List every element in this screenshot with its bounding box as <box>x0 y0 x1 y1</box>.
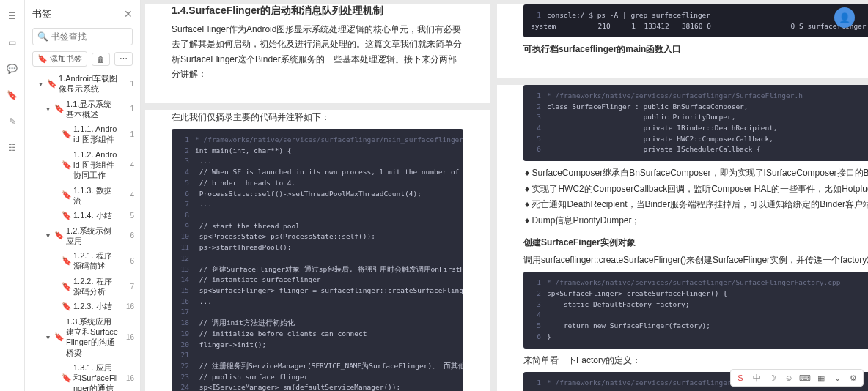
tool-face-icon[interactable]: ☺ <box>782 371 795 384</box>
bookmark-icon: 🔖 <box>54 104 63 113</box>
section-heading: 1.4.SurfaceFlinger的启动和消息队列处理机制 <box>172 4 463 18</box>
dots-icon: ⋯ <box>119 54 128 64</box>
bullet-item: ♦ Dump信息PriorityDumper； <box>525 213 868 229</box>
page-number: 1 <box>121 130 134 138</box>
page-number: 5 <box>121 212 134 220</box>
bookmark-label: 1.1.4. 小结 <box>73 210 118 220</box>
bookmark-icon: 🔖 <box>54 332 63 342</box>
code-block-shell: 1console:/ $ ps -A | grep surfaceflinger… <box>523 4 868 37</box>
bookmark-label: 1.Android车载图像显示系统 <box>59 73 118 94</box>
bookmark-icon: 🔖 <box>62 373 70 383</box>
tool-down-icon[interactable]: ⌄ <box>831 371 844 384</box>
bookmark-label: 1.3.1. 应用和SurfaceFlinger的通信 <box>73 362 118 391</box>
bookmark-label: 1.1.3. 数据流 <box>73 185 118 206</box>
layers-icon[interactable]: ☷ <box>7 142 18 154</box>
tool-grid-icon[interactable]: ▦ <box>814 371 828 384</box>
page-number: 4 <box>121 161 134 169</box>
trash-icon: 🗑 <box>97 55 105 64</box>
page-left-top: 1.4.SurfaceFlinger的启动和消息队列处理机制 SurfaceFl… <box>145 4 490 103</box>
search-input[interactable] <box>51 31 128 42</box>
code-block-factory: 1* /frameworks/native/services/surfacefl… <box>523 272 868 348</box>
more-button[interactable]: ⋯ <box>114 52 133 66</box>
bookmark-icon: 🔖 <box>62 282 70 291</box>
bullet-item: ♦ SurfaceComposer继承自BnSurfaceComposer，即为… <box>525 165 868 182</box>
bookmark-icon: 🔖 <box>47 79 56 89</box>
bookmark-label: 1.2.1. 程序源码简述 <box>73 250 118 272</box>
bookmark-label: 1.1.2. Android 图形组件协同工作 <box>73 149 118 181</box>
create-title: 创建SurfaceFinger实例对象 <box>523 235 868 250</box>
bottom-toolbar: S 中 ☽ ☺ ⌨ ▦ ⌄ ⚙ <box>730 369 864 387</box>
page-left-bottom: 在此我们仅摘录主要的代码并注释如下： 1* /frameworks/native… <box>145 110 490 391</box>
bookmark-label: 1.2.系统示例应用 <box>66 226 118 247</box>
bookmark-label: 1.2.3. 小结 <box>73 301 118 311</box>
tool-keyboard-icon[interactable]: ⌨ <box>798 371 812 384</box>
intro-paragraph: SurfaceFlinger作为Android图形显示系统处理逻辑的核心单元，我… <box>172 22 463 82</box>
bookmark-node[interactable]: 🔖1.1.4. 小结5 <box>28 208 137 223</box>
page-right-bottom: 1* /frameworks/native/services/surfacefl… <box>497 85 868 391</box>
bookmark-node[interactable]: 🔖1.2.3. 小结16 <box>28 299 137 313</box>
bookmark-node[interactable]: 🔖1.3.1. 应用和SurfaceFlinger的通信16 <box>28 360 137 391</box>
page-number: 1 <box>121 105 134 113</box>
toc-icon[interactable]: ☰ <box>7 10 18 22</box>
create-desc: 调用surfaceflinger::createSurfaceFlinger()… <box>523 253 868 267</box>
assistant-float-icon[interactable]: 👤 <box>834 7 855 28</box>
bookmark-icon: 🔖 <box>62 130 70 139</box>
bookmark-tree: ▾🔖1.Android车载图像显示系统1▾🔖1.1.显示系统基本概述1🔖1.1.… <box>25 71 140 391</box>
main-entry-text: 可执行档surfaceflinger的main函数入口 <box>523 42 868 56</box>
expand-arrow-icon: ▾ <box>44 105 51 113</box>
tool-moon-icon[interactable]: ☽ <box>766 371 779 384</box>
bookmark-node[interactable]: ▾🔖1.3.系统应用建立和SurfaceFlinger的沟通桥梁16 <box>28 314 137 360</box>
icon-rail: ☰ ▭ 💬 🔖 ✎ ☷ <box>0 0 25 391</box>
bookmark-node[interactable]: ▾🔖1.Android车载图像显示系统1 <box>28 71 137 97</box>
bookmark-label: 1.2.2. 程序源码分析 <box>73 276 118 297</box>
tool-s-icon[interactable]: S <box>734 371 747 384</box>
book-icon[interactable]: ▭ <box>7 37 18 48</box>
bookmark-node[interactable]: 🔖1.2.1. 程序源码简述6 <box>28 248 137 274</box>
document-viewport[interactable]: 👤 1.4.SurfaceFlinger的启动和消息队列处理机制 Surface… <box>141 0 868 391</box>
code-block-header: 1* /frameworks/native/services/surfacefl… <box>523 85 868 161</box>
bookmark-icon: 🔖 <box>62 211 70 220</box>
page-number: 7 <box>121 283 134 291</box>
close-icon[interactable]: ✕ <box>124 8 133 20</box>
bullet-item: ♦ 死亡通知DeathRecipient，当Binder服务端程序挂掉后，可以通… <box>525 197 868 213</box>
bullet-list: ♦ SurfaceComposer继承自BnSurfaceComposer，即为… <box>523 165 868 228</box>
bookmark-node[interactable]: ▾🔖1.1.显示系统基本概述1 <box>28 97 137 122</box>
bookmarks-sidebar: 书签 ✕ 🔍 🔖添加书签 🗑 ⋯ ▾🔖1.Android车载图像显示系统1▾🔖1… <box>25 0 141 391</box>
expand-arrow-icon: ▾ <box>37 80 44 88</box>
tool-gear-icon[interactable]: ⚙ <box>847 371 860 384</box>
bookmark-icon: 🔖 <box>54 231 63 240</box>
tool-cn-icon[interactable]: 中 <box>750 371 763 384</box>
delete-bookmark-button[interactable]: 🗑 <box>92 53 110 66</box>
bookmark-node[interactable]: 🔖1.1.1. Android 图形组件1 <box>28 122 137 147</box>
chat-icon[interactable]: 💬 <box>7 63 18 75</box>
bookmark-label: 1.3.系统应用建立和SurfaceFlinger的沟通桥梁 <box>66 316 118 358</box>
bookmark-icon: 🔖 <box>62 256 70 266</box>
bookmark-label: 1.1.1. Android 图形组件 <box>73 124 118 145</box>
bookmark-node[interactable]: ▾🔖1.2.系统示例应用6 <box>28 223 137 249</box>
factory-next: 来简单看一下Factory的定义： <box>523 353 868 368</box>
page-right-top: 1console:/ $ ps -A | grep surfaceflinger… <box>497 4 868 78</box>
tag-icon[interactable]: 🔖 <box>7 89 18 101</box>
page-number: 16 <box>121 302 134 310</box>
add-bookmark-button[interactable]: 🔖添加书签 <box>32 51 87 67</box>
code-block-main: 1* /frameworks/native/services/surfacefl… <box>172 129 463 391</box>
search-box[interactable]: 🔍 <box>32 28 133 45</box>
code-note: 在此我们仅摘录主要的代码并注释如下： <box>172 110 463 124</box>
bookmark-icon: 🔖 <box>62 160 70 170</box>
page-number: 16 <box>121 333 134 341</box>
expand-arrow-icon: ▾ <box>44 333 51 341</box>
bookmark-node[interactable]: 🔖1.1.2. Android 图形组件协同工作4 <box>28 147 137 183</box>
sidebar-title: 书签 <box>32 7 124 21</box>
page-number: 1 <box>121 80 134 88</box>
bookmark-node[interactable]: 🔖1.2.2. 程序源码分析7 <box>28 274 137 299</box>
bookmark-add-icon: 🔖 <box>37 54 48 64</box>
page-number: 6 <box>121 257 134 265</box>
bookmark-label: 1.1.显示系统基本概述 <box>66 99 118 120</box>
page-number: 16 <box>121 374 134 382</box>
edit-icon[interactable]: ✎ <box>7 116 18 127</box>
bookmark-icon: 🔖 <box>62 302 70 311</box>
search-icon: 🔍 <box>37 31 48 42</box>
bullet-item: ♦ 实现了HWC2的ComposerCallback回调，监听Composer … <box>525 182 868 198</box>
bookmark-node[interactable]: 🔖1.1.3. 数据流4 <box>28 183 137 209</box>
page-number: 4 <box>121 191 134 199</box>
